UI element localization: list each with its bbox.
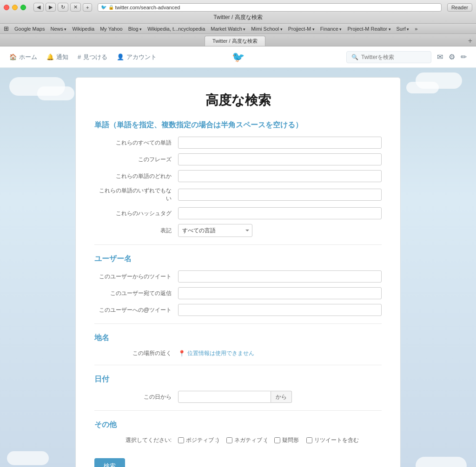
mention-user-input[interactable] <box>178 304 382 316</box>
hashtags-label: これらのハッシュタグ <box>94 210 178 217</box>
address-bar[interactable]: 🐦 🔒 twitter.com/search-advanced <box>98 3 441 12</box>
home-icon: 🏠 <box>9 53 17 60</box>
new-tab-button[interactable]: + <box>468 37 472 46</box>
from-user-input[interactable] <box>178 270 382 283</box>
traffic-lights <box>4 5 26 10</box>
bookmark-projject-m[interactable]: Projject-M <box>288 26 315 32</box>
from-user-label: このユーザーからのツイート <box>94 273 178 281</box>
active-tab[interactable]: Twitter / 高度な検索 <box>205 36 265 46</box>
twitter-nav: 🏠 ホーム 🔔 通知 # 見つける 👤 アカウント 🐦 🔍 ✉ ⚙ ✏ <box>0 46 476 68</box>
page-title: 高度な検索 <box>94 92 382 109</box>
any-words-label: これらの単語のどれか <box>94 172 178 180</box>
to-user-row: このユーザー宛ての返信 <box>94 287 382 299</box>
bookmark-google-maps[interactable]: Google Maps <box>14 26 45 32</box>
none-words-row: これらの単語のいずれでもない <box>94 187 382 203</box>
site-icon: 🐦 <box>101 5 106 10</box>
reload-button[interactable]: ↻ <box>58 3 68 12</box>
nav-notifications[interactable]: 🔔 通知 <box>46 47 68 67</box>
nav-right: 🔍 ✉ ⚙ ✏ <box>314 51 467 63</box>
cloud-decoration <box>406 82 439 93</box>
back-button[interactable]: ◀ <box>33 3 44 12</box>
location-text: 位置情報は使用できません <box>187 349 254 357</box>
any-words-input[interactable] <box>178 170 382 182</box>
new-tab-button[interactable]: + <box>83 3 92 12</box>
nav-home[interactable]: 🏠 ホーム <box>9 47 37 67</box>
forward-button[interactable]: ▶ <box>46 3 56 12</box>
negative-checkbox[interactable] <box>226 437 232 443</box>
bookmarks-grid-icon: ⊞ <box>4 25 9 32</box>
search-input[interactable] <box>361 54 426 60</box>
positive-label: ポジティブ :) <box>186 436 219 444</box>
language-row: 表記 すべての言語 日本語 英語 韓国語 <box>94 224 382 237</box>
cloud-decoration <box>37 86 74 100</box>
positive-checkbox-item[interactable]: ポジティブ :) <box>178 436 219 444</box>
negative-checkbox-item[interactable]: ネガティブ :( <box>226 436 267 444</box>
all-words-input[interactable] <box>178 137 382 149</box>
words-section-header: 単語（単語を指定、複数指定の場合は半角スペースを空ける） <box>94 120 382 130</box>
bookmark-news[interactable]: News <box>50 26 66 32</box>
search-icon: 🔍 <box>351 54 358 60</box>
places-section-header: 地名 <box>94 333 382 343</box>
ssl-icon: 🔒 <box>108 5 114 10</box>
compose-icon[interactable]: ✏ <box>461 53 467 61</box>
bookmark-finance[interactable]: Finance <box>320 26 342 32</box>
other-section-header: その他 <box>94 420 382 430</box>
bookmark-market-watch[interactable]: Market Watch <box>211 26 245 32</box>
none-words-input[interactable] <box>178 189 382 201</box>
window-title: Twitter / 高度な検索 <box>4 13 472 21</box>
bookmark-project-m-realtor[interactable]: Project-M Realtor <box>347 26 390 32</box>
bell-icon: 🔔 <box>46 53 54 60</box>
nav-discover[interactable]: # 見つける <box>78 47 107 67</box>
search-form-card: 高度な検索 単語（単語を指定、複数指定の場合は半角スペースを空ける） これらのす… <box>75 77 401 467</box>
bookmarks-bar: ⊞ Google Maps News Wikipedia My Yahoo Bl… <box>0 24 476 34</box>
from-date-label: この日から <box>94 393 178 401</box>
to-user-label: このユーザー宛ての返信 <box>94 289 178 297</box>
retweet-checkbox[interactable] <box>306 437 312 443</box>
bookmark-wikipedia[interactable]: Wikipedia <box>72 26 94 32</box>
hashtags-input[interactable] <box>178 207 382 219</box>
near-place-label: この場所の近く <box>94 349 178 357</box>
bookmark-blog[interactable]: Blog <box>128 26 142 32</box>
language-label: 表記 <box>94 227 178 235</box>
minimize-button[interactable] <box>12 5 18 10</box>
section-divider-4 <box>94 410 382 411</box>
from-date-suffix: から <box>271 391 292 403</box>
settings-icon[interactable]: ⚙ <box>449 53 455 61</box>
none-words-label: これらの単語のいずれでもない <box>94 187 178 203</box>
hashtags-row: これらのハッシュタグ <box>94 207 382 219</box>
mention-user-row: このユーザーへの@ツイート <box>94 304 382 316</box>
search-box[interactable]: 🔍 <box>346 51 431 63</box>
section-divider <box>94 244 382 245</box>
nav-account[interactable]: 👤 アカウント <box>117 47 157 67</box>
stop-button[interactable]: ✕ <box>70 3 81 12</box>
person-icon: 👤 <box>117 53 124 60</box>
near-place-row: この場所の近く 📍 位置情報は使用できません <box>94 349 382 357</box>
any-words-row: これらの単語のどれか <box>94 170 382 182</box>
retweet-label: リツイートを含む <box>314 436 359 444</box>
phrase-label: このフレーズ <box>94 156 178 164</box>
mention-user-label: このユーザーへの@ツイート <box>94 306 178 314</box>
question-checkbox[interactable] <box>274 437 280 443</box>
to-user-input[interactable] <box>178 287 382 299</box>
search-button[interactable]: 検索 <box>94 458 125 467</box>
bookmark-wikipedia-enc[interactable]: Wikipedia, t...ncyclopedia <box>147 26 205 32</box>
mail-icon[interactable]: ✉ <box>437 53 443 61</box>
bookmark-more[interactable]: » <box>415 26 417 32</box>
reader-button[interactable]: Reader <box>447 3 472 12</box>
question-checkbox-item[interactable]: 疑問形 <box>274 436 299 444</box>
close-button[interactable] <box>4 5 9 10</box>
bookmark-my-yahoo[interactable]: My Yahoo <box>100 26 123 32</box>
retweet-checkbox-item[interactable]: リツイートを含む <box>306 436 359 444</box>
bookmark-surf[interactable]: Surf <box>397 26 410 32</box>
tab-bar: Twitter / 高度な検索 + <box>0 34 476 46</box>
bookmark-mimi-school[interactable]: Mimi School <box>251 26 282 32</box>
positive-checkbox[interactable] <box>178 437 184 443</box>
section-divider-3 <box>94 365 382 365</box>
from-date-input[interactable] <box>178 391 271 403</box>
from-user-row: このユーザーからのツイート <box>94 270 382 283</box>
all-words-label: これらのすべての単語 <box>94 139 178 147</box>
language-select[interactable]: すべての言語 日本語 英語 韓国語 <box>178 224 252 237</box>
location-link[interactable]: 📍 位置情報は使用できません <box>178 349 254 357</box>
phrase-input[interactable] <box>178 153 382 165</box>
maximize-button[interactable] <box>20 5 26 10</box>
